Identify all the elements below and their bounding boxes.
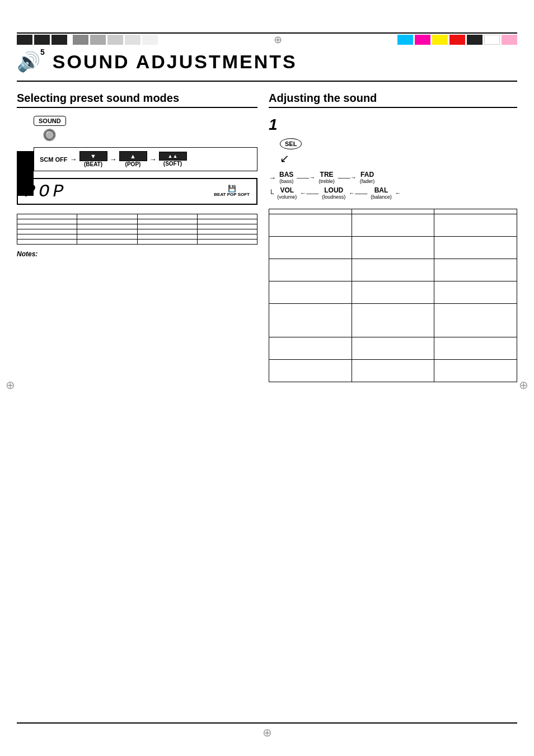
left-column: Selecting preset sound modes SOUND 🔘 bbox=[17, 92, 257, 382]
scm-off-label: SCM OFF bbox=[40, 156, 68, 163]
chapter-icon: 🔊5 bbox=[17, 50, 45, 73]
table-row bbox=[269, 360, 517, 382]
arrow3: → bbox=[149, 155, 157, 163]
mode-flow-diagram: SCM OFF → ▼ (BEAT) → ▲ (POP) → ▲▲ (SOFT) bbox=[34, 147, 257, 171]
flow-diagram: → BAS (bass) ——→ TRE (treble) ——→ FAD (f… bbox=[269, 171, 517, 200]
notes-label: Notes: bbox=[17, 250, 257, 258]
table-row bbox=[269, 304, 517, 337]
table-row bbox=[17, 229, 257, 234]
left-crosshair: ⊕ bbox=[6, 378, 15, 392]
table-row bbox=[269, 281, 517, 304]
chapter-number: 5 bbox=[40, 48, 45, 57]
table-row bbox=[269, 237, 517, 259]
table-row bbox=[17, 240, 257, 245]
color-bar-red bbox=[449, 35, 465, 45]
bottom-border bbox=[17, 722, 517, 724]
chapter-title: SOUND ADJUSTMENTS bbox=[53, 51, 297, 73]
display-text: POP bbox=[25, 181, 67, 202]
color-bar-yellow bbox=[432, 35, 448, 45]
flow-row-2: └ VOL (volume) ←—— LOUD (loudness) ←—— B… bbox=[269, 186, 517, 200]
table-row bbox=[17, 219, 257, 224]
color-bar-magenta bbox=[415, 35, 430, 45]
right-column: Adjusting the sound 1 SEL ↙ → BAS (bass) bbox=[269, 92, 517, 382]
display-box: POP 💾 BEAT POP SOFT bbox=[17, 178, 257, 205]
flow-row-1: → BAS (bass) ——→ TRE (treble) ——→ FAD (f… bbox=[269, 171, 517, 184]
preset-table bbox=[17, 214, 257, 245]
display-indicator: 💾 BEAT POP SOFT bbox=[214, 185, 250, 198]
bottom-crosshair: ⊕ bbox=[263, 726, 272, 739]
chapter-header: 🔊5 SOUND ADJUSTMENTS bbox=[17, 50, 517, 73]
preset-col-header-4 bbox=[197, 214, 257, 219]
sel-button: SEL bbox=[280, 138, 302, 149]
left-section-header: Selecting preset sound modes bbox=[17, 92, 257, 108]
adj-col-header-3 bbox=[434, 209, 517, 214]
pop-mode: ▲ (POP) bbox=[119, 151, 147, 167]
soft-mode: ▲▲ (SOFT) bbox=[159, 152, 187, 167]
right-crosshair: ⊕ bbox=[519, 378, 528, 392]
preset-col-header-1 bbox=[17, 214, 77, 219]
table-row bbox=[269, 259, 517, 281]
adj-col-header-1 bbox=[269, 209, 352, 214]
step-number: 1 bbox=[269, 116, 517, 134]
table-row bbox=[269, 214, 517, 237]
right-section-header: Adjusting the sound bbox=[269, 92, 517, 108]
color-bar-pink bbox=[502, 35, 517, 45]
arrow2: → bbox=[110, 155, 117, 163]
color-bar-cyan bbox=[397, 35, 413, 45]
arrow1: → bbox=[70, 155, 77, 163]
title-divider bbox=[17, 81, 517, 82]
knob-icon: 🔘 bbox=[43, 128, 57, 142]
table-row bbox=[17, 234, 257, 240]
sound-button: SOUND bbox=[34, 116, 66, 126]
sel-knob-icon: ↙ bbox=[280, 152, 289, 165]
beat-mode: ▼ (BEAT) bbox=[79, 151, 107, 167]
adjusting-table bbox=[269, 209, 517, 382]
table-row bbox=[269, 337, 517, 360]
preset-col-header-3 bbox=[137, 214, 197, 219]
table-row bbox=[17, 224, 257, 229]
adj-col-header-2 bbox=[352, 209, 434, 214]
top-center-crosshair: ⊕ bbox=[274, 34, 282, 46]
color-bar-white bbox=[484, 35, 500, 45]
sel-button-area: SEL ↙ bbox=[280, 138, 517, 165]
preset-col-header-2 bbox=[77, 214, 137, 219]
color-bar-black2 bbox=[467, 35, 483, 45]
sound-button-area: SOUND 🔘 bbox=[34, 116, 257, 142]
